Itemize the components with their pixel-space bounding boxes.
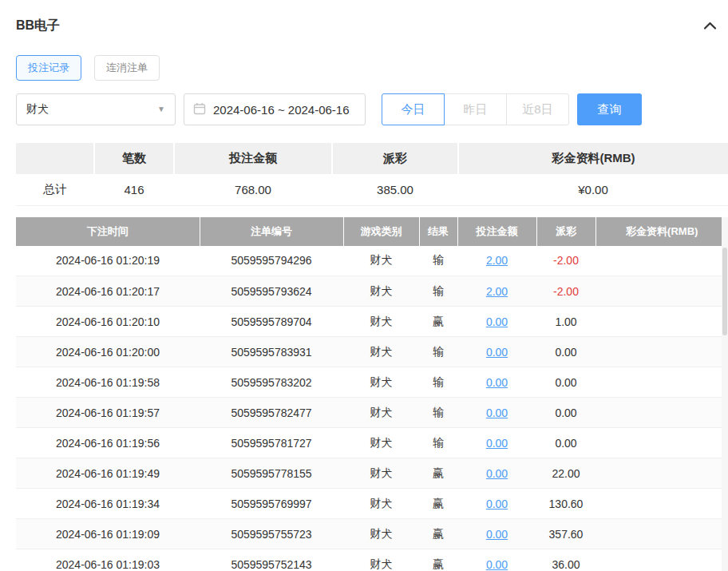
result-cell: 赢 (419, 489, 457, 519)
bet-amount-link[interactable]: 2.00 (486, 254, 508, 267)
bet-time-cell: 2024-06-16 01:19:34 (16, 489, 200, 519)
game-type-cell: 财犬 (343, 428, 419, 458)
col-bet-amount: 投注金额 (457, 217, 536, 246)
payout-cell: 357.60 (536, 519, 595, 549)
today-button[interactable]: 今日 (382, 93, 445, 125)
payout-cell: -2.00 (536, 246, 595, 276)
col-bonus: 彩金资料(RMB) (595, 217, 728, 246)
summary-col-count: 笔数 (94, 143, 174, 174)
payout-cell: 130.60 (536, 489, 595, 519)
calendar-icon (193, 102, 206, 117)
bet-time-cell: 2024-06-16 01:20:19 (16, 246, 200, 276)
last-8-days-button[interactable]: 近8日 (506, 93, 569, 125)
tab-bet-records[interactable]: 投注记录 (16, 55, 81, 81)
payout-cell: 0.00 (536, 428, 595, 458)
bet-amount-cell: 0.00 (457, 519, 536, 549)
table-row: 2024-06-16 01:19:575059595782477财犬输0.000… (16, 398, 728, 428)
payout-cell: 0.00 (536, 367, 595, 398)
chevron-up-icon (703, 19, 717, 34)
date-range-input[interactable]: 2024-06-16 ~ 2024-06-16 (184, 93, 366, 125)
bonus-cell (595, 337, 728, 367)
result-cell: 赢 (419, 549, 457, 571)
payout-cell: 36.00 (536, 549, 595, 571)
bet-records-panel: BB电子 投注记录 连消注单 财犬 ▼ 2024-06-16 ~ 2024-06… (0, 0, 728, 571)
table-row: 2024-06-16 01:20:195059595794296财犬输2.00-… (16, 246, 728, 276)
collapse-button[interactable] (703, 19, 717, 34)
game-select[interactable]: 财犬 ▼ (16, 93, 176, 125)
summary-count-value: 416 (94, 174, 174, 205)
order-id-cell: 5059595783202 (200, 367, 343, 398)
table-row: 2024-06-16 01:19:565059595781727财犬输0.000… (16, 428, 728, 458)
bet-table: 下注时间 注单编号 游戏类别 结果 投注金额 派彩 彩金资料(RMB) 2024… (16, 217, 728, 571)
summary-total-row: 总计 416 768.00 385.00 ¥0.00 (16, 174, 728, 205)
summary-table: 笔数 投注金额 派彩 彩金资料(RMB) 总计 416 768.00 385.0… (16, 143, 728, 206)
summary-payout-value: 385.00 (332, 174, 458, 205)
summary-bet-amount-value: 768.00 (174, 174, 332, 205)
yesterday-button[interactable]: 昨日 (444, 93, 507, 125)
col-bet-time: 下注时间 (16, 217, 200, 246)
game-type-cell: 财犬 (343, 246, 419, 276)
bet-time-cell: 2024-06-16 01:19:57 (16, 398, 200, 428)
game-type-cell: 财犬 (343, 367, 419, 398)
bet-amount-link[interactable]: 0.00 (486, 376, 508, 389)
order-id-cell: 5059595769997 (200, 489, 343, 519)
bet-amount-link[interactable]: 0.00 (486, 346, 508, 359)
bet-amount-link[interactable]: 0.00 (486, 315, 508, 328)
order-id-cell: 5059595793624 (200, 276, 343, 307)
bet-time-cell: 2024-06-16 01:20:10 (16, 307, 200, 337)
table-row: 2024-06-16 01:19:345059595769997财犬赢0.001… (16, 489, 728, 519)
result-cell: 赢 (419, 307, 457, 337)
order-id-cell: 5059595789704 (200, 307, 343, 337)
table-row: 2024-06-16 01:20:005059595783931财犬输0.000… (16, 337, 728, 367)
table-scrollbar[interactable] (722, 217, 728, 571)
bonus-cell (595, 489, 728, 519)
payout-cell: 1.00 (536, 307, 595, 337)
game-type-cell: 财犬 (343, 337, 419, 367)
col-order-id: 注单编号 (200, 217, 343, 246)
record-type-tabs: 投注记录 连消注单 (16, 55, 728, 81)
result-cell: 输 (419, 428, 457, 458)
tab-cancelled-orders[interactable]: 连消注单 (94, 55, 160, 81)
bet-amount-cell: 0.00 (457, 428, 536, 458)
result-cell: 赢 (419, 519, 457, 549)
bet-amount-link[interactable]: 0.00 (486, 528, 508, 541)
summary-col-payout: 派彩 (332, 143, 458, 174)
bet-amount-link[interactable]: 0.00 (486, 406, 508, 419)
bet-amount-link[interactable]: 0.00 (486, 558, 508, 571)
col-payout: 派彩 (536, 217, 595, 246)
summary-header-row: 笔数 投注金额 派彩 彩金资料(RMB) (16, 143, 728, 174)
bet-amount-cell: 2.00 (457, 246, 536, 276)
bet-time-cell: 2024-06-16 01:20:17 (16, 276, 200, 307)
game-type-cell: 财犬 (343, 458, 419, 489)
table-row: 2024-06-16 01:19:495059595778155财犬赢0.002… (16, 458, 728, 489)
date-range-value: 2024-06-16 ~ 2024-06-16 (213, 103, 350, 117)
quick-date-buttons: 今日 昨日 近8日 (382, 93, 569, 125)
order-id-cell: 5059595755723 (200, 519, 343, 549)
bet-amount-link[interactable]: 0.00 (486, 467, 508, 480)
bet-amount-link[interactable]: 2.00 (486, 285, 508, 298)
order-id-cell: 5059595783931 (200, 337, 343, 367)
game-type-cell: 财犬 (343, 519, 419, 549)
result-cell: 输 (419, 337, 457, 367)
filter-bar: 财犬 ▼ 2024-06-16 ~ 2024-06-16 今日 昨日 近8日 查… (16, 93, 728, 125)
bonus-cell (595, 276, 728, 307)
bet-time-cell: 2024-06-16 01:19:03 (16, 549, 200, 571)
query-button[interactable]: 查询 (577, 93, 642, 125)
bonus-cell (595, 458, 728, 489)
col-game-type: 游戏类别 (343, 217, 419, 246)
result-cell: 输 (419, 276, 457, 307)
payout-cell: 0.00 (536, 337, 595, 367)
bet-amount-cell: 0.00 (457, 398, 536, 428)
scrollbar-thumb[interactable] (722, 248, 727, 335)
table-row: 2024-06-16 01:19:585059595783202财犬输0.000… (16, 367, 728, 398)
bet-amount-link[interactable]: 0.00 (486, 437, 508, 450)
bonus-cell (595, 519, 728, 549)
bet-amount-cell: 0.00 (457, 489, 536, 519)
bet-time-cell: 2024-06-16 01:19:09 (16, 519, 200, 549)
bet-amount-link[interactable]: 0.00 (486, 498, 508, 510)
bet-amount-cell: 2.00 (457, 276, 536, 307)
summary-col-blank (16, 143, 94, 174)
panel-header: BB电子 (16, 0, 728, 34)
table-row: 2024-06-16 01:19:035059595752143财犬赢0.003… (16, 549, 728, 571)
game-type-cell: 财犬 (343, 549, 419, 571)
